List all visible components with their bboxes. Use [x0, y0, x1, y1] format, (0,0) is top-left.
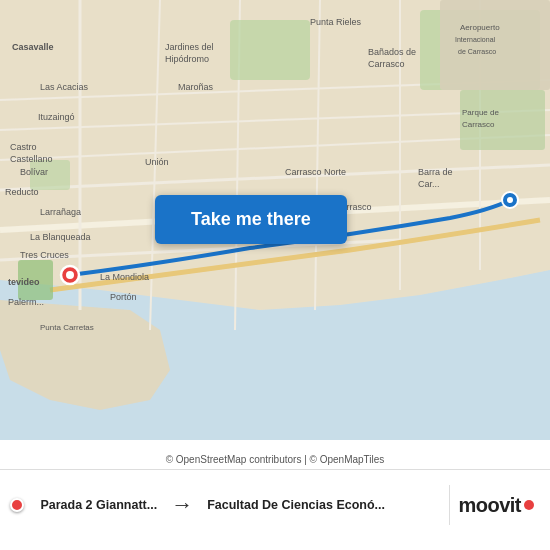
svg-text:Reducto: Reducto [5, 187, 39, 197]
svg-text:Portón: Portón [110, 292, 137, 302]
svg-text:Carrasco Norte: Carrasco Norte [285, 167, 346, 177]
origin-marker [10, 498, 24, 512]
svg-text:Castellano: Castellano [10, 154, 53, 164]
take-me-there-button[interactable]: Take me there [155, 195, 347, 244]
svg-point-54 [507, 197, 513, 203]
svg-text:Ituzaingó: Ituzaingó [38, 112, 75, 122]
svg-text:de Carrasco: de Carrasco [458, 48, 496, 55]
vertical-separator [449, 485, 450, 525]
svg-text:Carrasco: Carrasco [462, 120, 495, 129]
svg-text:Bañados de: Bañados de [368, 47, 416, 57]
svg-rect-16 [230, 20, 310, 80]
moovit-logo-area: moovit [458, 494, 540, 517]
svg-text:Barra de: Barra de [418, 167, 453, 177]
svg-text:tevideo: tevideo [8, 277, 40, 287]
svg-text:Maroñas: Maroñas [178, 82, 214, 92]
attribution-text: © OpenStreetMap contributors | © OpenMap… [166, 454, 385, 465]
svg-text:Internacional: Internacional [455, 36, 496, 43]
svg-text:Unión: Unión [145, 157, 169, 167]
attribution-row: © OpenStreetMap contributors | © OpenMap… [0, 450, 550, 469]
bottom-bar: © OpenStreetMap contributors | © OpenMap… [0, 440, 550, 550]
svg-text:Bolívar: Bolívar [20, 167, 48, 177]
route-arrow: → [171, 492, 193, 518]
svg-text:Carrasco: Carrasco [368, 59, 405, 69]
svg-text:Tres Cruces: Tres Cruces [20, 250, 69, 260]
svg-text:Hipódromo: Hipódromo [165, 54, 209, 64]
moovit-logo-text: moovit [458, 494, 521, 517]
svg-text:Las Acacias: Las Acacias [40, 82, 89, 92]
bottom-content: Parada 2 Giannatt... → Facultad De Cienc… [0, 470, 550, 540]
svg-text:Castro: Castro [10, 142, 37, 152]
destination-location: Facultad De Ciencias Econó... [207, 498, 385, 512]
svg-text:Punta Carretas: Punta Carretas [40, 323, 94, 332]
svg-text:Palerm...: Palerm... [8, 297, 44, 307]
svg-text:La Blanqueada: La Blanqueada [30, 232, 91, 242]
svg-rect-20 [440, 0, 550, 90]
svg-text:Aeropuerto: Aeropuerto [460, 23, 500, 32]
svg-text:Parque de: Parque de [462, 108, 499, 117]
origin-label: Parada 2 Giannatt... [40, 498, 157, 512]
svg-text:Larrañaga: Larrañaga [40, 207, 81, 217]
svg-text:La Mondiola: La Mondiola [100, 272, 149, 282]
svg-point-56 [66, 271, 74, 279]
route-info: Parada 2 Giannatt... → Facultad De Cienc… [10, 492, 441, 518]
svg-text:Jardines del: Jardines del [165, 42, 214, 52]
svg-text:Punta Rieles: Punta Rieles [310, 17, 362, 27]
destination-label: Facultad De Ciencias Econó... [207, 498, 385, 512]
svg-text:Casavalle: Casavalle [12, 42, 54, 52]
moovit-dot [524, 500, 534, 510]
origin-location: Parada 2 Giannatt... [40, 498, 157, 512]
svg-text:Car...: Car... [418, 179, 440, 189]
map-container: Aeropuerto Internacional de Carrasco Par… [0, 0, 550, 440]
